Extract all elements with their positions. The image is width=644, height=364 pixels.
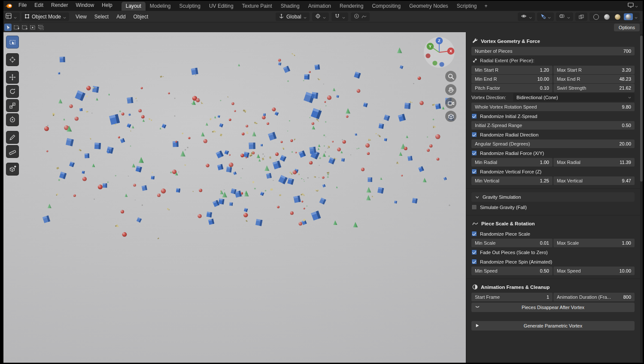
checkbox-randomize-initial-z-spread[interactable]: Randomize Initial Z-Spread [471,112,635,121]
tab-sculpting[interactable]: Sculpting [175,2,205,11]
section-gravity-simulation[interactable]: Gravity Simulation [471,192,635,202]
tool-rotate[interactable] [6,85,19,98]
checkbox-randomize-radial-direction[interactable]: Randomize Radial Direction [471,130,635,139]
xray-toggle[interactable] [575,12,587,21]
material-shading-icon [615,14,620,20]
shading-rendered-button[interactable] [624,13,633,20]
tool-cursor[interactable] [6,53,19,66]
viewport-menu-add[interactable]: Add [112,14,129,20]
field-start-frame[interactable]: Start Frame1 [471,293,553,301]
gizmos-dropdown[interactable] [537,12,554,21]
field-min-speed[interactable]: Min Speed0.50 [471,267,553,275]
gizmo-x-axis[interactable]: X [450,49,452,53]
viewport-menu-view[interactable]: View [72,14,91,20]
dropdown-vortex-direction[interactable]: Bidirectional (Cone) [513,93,635,102]
field-initial-z-spread-range[interactable]: Initial Z-Spread Range0.50 [471,121,635,130]
field-min-radial[interactable]: Min Radial1.00 [471,158,553,167]
tool-annotate[interactable] [6,131,19,144]
visibility-dropdown[interactable] [518,12,535,21]
field-max-start-r[interactable]: Max Start R3.20 [553,66,635,74]
select-mode-invert[interactable] [29,24,36,31]
tool-add-cube[interactable] [6,163,19,176]
field-angular-spread-degrees[interactable]: Angular Spread (Degrees)20.00 [471,140,635,148]
field-max-speed[interactable]: Max Speed10.00 [553,267,635,275]
blender-logo-icon[interactable] [4,2,13,9]
gizmo-neg-z[interactable] [439,62,444,67]
select-mode-intersect[interactable] [37,24,44,31]
editor-type-selector[interactable] [3,12,20,21]
tool-scale[interactable] [6,99,19,112]
tab-scripting[interactable]: Scripting [453,2,481,11]
checkbox-simulate-gravity-fall[interactable]: Simulate Gravity (Fall) [471,203,635,212]
viewport-canvas[interactable] [0,32,466,364]
proportional-edit-controls[interactable] [351,12,370,21]
viewport-menu-object[interactable]: Object [130,14,152,20]
field-max-radial[interactable]: Max Radial11.39 [553,158,635,167]
checkbox-label: Randomize Radial Direction [480,132,538,137]
tab-geometry-nodes[interactable]: Geometry Nodes [405,2,453,11]
viewport-pan-button[interactable] [445,84,456,95]
gizmo-y-axis[interactable]: Y [429,44,431,49]
gizmo-neg-y[interactable] [432,61,437,65]
options-button[interactable]: Options [614,24,640,31]
field-min-scale[interactable]: Min Scale0.01 [471,239,553,247]
mode-selector[interactable]: Object Mode [21,12,69,21]
tab-shading[interactable]: Shading [276,2,304,11]
orientation-selector[interactable]: Global [276,12,310,21]
field-swirl-strength[interactable]: Swirl Strength21.62 [553,84,635,92]
button-generate-parametric-vortex[interactable]: Generate Parametric Vortex [471,321,635,331]
tool-measure[interactable] [6,145,19,158]
checkbox-fade-out-pieces-scale-to-zero[interactable]: Fade Out Pieces (Scale to Zero) [471,248,635,257]
checkbox-randomize-piece-spin-animated[interactable]: Randomize Piece Spin (Animated) [471,257,635,266]
add-workspace-button[interactable]: + [481,2,491,11]
tab-rendering[interactable]: Rendering [335,2,368,11]
tab-modeling[interactable]: Modeling [146,2,175,11]
field-min-end-r[interactable]: Min End R10.00 [471,75,553,83]
navigation-gizmo[interactable]: Z Y X [423,36,456,69]
tab-animation[interactable]: Animation [304,2,335,11]
field-number-of-pieces[interactable]: Number of Pieces700 [471,47,635,55]
shading-material-button[interactable] [613,13,622,20]
viewport-menu-select[interactable]: Select [91,14,112,20]
tool-box-select[interactable] [6,36,19,49]
menu-window[interactable]: Window [72,0,98,11]
menu-help[interactable]: Help [98,0,116,11]
gizmo-z-axis[interactable]: Z [438,39,440,43]
checkbox-randomize-vertical-force-z[interactable]: Randomize Vertical Force (Z) [471,167,635,176]
viewport-camera-button[interactable] [445,97,456,109]
tool-transform[interactable] [6,113,19,126]
scene-display-selector[interactable] [628,2,644,9]
checkbox-randomize-radial-force-x-y[interactable]: Randomize Radial Force (X/Y) [471,149,635,158]
shading-wireframe-button[interactable] [592,13,601,20]
menu-render[interactable]: Render [47,0,72,11]
field-max-vertical[interactable]: Max Vertical9.47 [553,176,635,185]
overlays-dropdown[interactable] [556,12,573,21]
field-pitch-factor[interactable]: Pitch Factor0.10 [471,84,553,92]
snap-controls[interactable] [331,12,348,21]
field-animation-duration-fra[interactable]: Animation Duration (Fra...800 [553,293,635,301]
menu-file[interactable]: File [15,0,30,11]
pivot-selector[interactable] [312,12,329,21]
viewport-grid-button[interactable] [445,111,456,122]
field-min-vertical[interactable]: Min Vertical1.25 [471,176,553,185]
checkbox-randomize-piece-scale[interactable]: Randomize Piece Scale [471,229,635,238]
button-pieces-disappear-after-vortex[interactable]: Pieces Disappear After Vortex [471,303,635,312]
field-label: Max Vertical [557,178,583,183]
gizmo-neg-x[interactable] [425,53,430,58]
field-max-scale[interactable]: Max Scale1.00 [553,239,635,247]
viewport-3d[interactable]: Z Y X [0,32,466,364]
field-min-start-r[interactable]: Min Start R1.20 [471,66,553,74]
viewport-zoom-button[interactable] [445,71,456,82]
select-mode-extend[interactable] [12,24,20,31]
select-mode-subtract[interactable] [21,24,28,31]
field-whole-vortex-rotation-speed[interactable]: Whole Vortex Rotation Speed9.80 [471,103,635,111]
tab-texture-paint[interactable]: Texture Paint [238,2,276,11]
field-max-end-r[interactable]: Max End R48.23 [553,75,635,83]
tab-layout[interactable]: Layout [122,2,146,11]
shading-solid-button[interactable] [602,13,611,20]
tool-move[interactable] [6,71,19,84]
tab-compositing[interactable]: Compositing [368,2,405,11]
tab-uv-editing[interactable]: UV Editing [205,2,238,11]
menu-edit[interactable]: Edit [30,0,47,11]
select-mode-set[interactable] [4,24,12,31]
